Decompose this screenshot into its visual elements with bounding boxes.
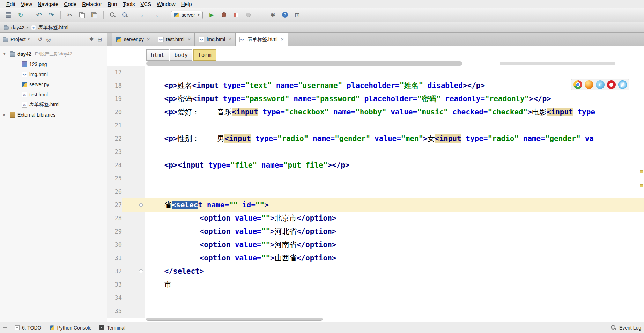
code-line-24[interactable]: 24 <p><input type="file" name="put_file"…	[107, 158, 644, 172]
editor-tab-img.html[interactable]: img.html×	[195, 33, 236, 46]
collapse-all-icon[interactable]: ⊟	[96, 36, 104, 43]
code-text[interactable]: 省<select name="" id="">	[145, 198, 644, 212]
breadcrumb-project[interactable]: day42	[11, 25, 24, 30]
fold-column[interactable]	[122, 79, 145, 92]
menu-item-help[interactable]: Help	[178, 1, 195, 7]
fold-column[interactable]	[122, 105, 145, 119]
code-line-19[interactable]: 19 <p>密码<input type="password" name="pas…	[107, 92, 644, 105]
line-number[interactable]: 33	[107, 278, 122, 291]
opera-icon[interactable]	[607, 80, 616, 89]
line-number[interactable]: 32	[107, 265, 122, 278]
code-text[interactable]	[145, 291, 644, 304]
menu-item-navigate[interactable]: Navigate	[35, 1, 61, 7]
code-text[interactable]	[145, 145, 644, 158]
editor[interactable]: htmlbodyform 1718 <p>姓名<input type="text…	[107, 46, 644, 322]
menu-item-refactor[interactable]: Refactor	[79, 1, 105, 7]
breadcrumb-html[interactable]: html	[146, 49, 169, 61]
python-console-button[interactable]: Python Console	[49, 325, 92, 331]
tree-item-img.html[interactable]: img.html	[0, 69, 107, 79]
code-line-21[interactable]: 21	[107, 119, 644, 132]
sync-button[interactable]: ↻	[15, 9, 26, 21]
code-line-20[interactable]: 20 <p>爱好： 音乐<input type="checkbox" name=…	[107, 105, 644, 119]
project-structure-button[interactable]: ⊞	[291, 9, 303, 21]
stop-button[interactable]	[243, 9, 254, 21]
breadcrumb-form[interactable]: form	[193, 49, 216, 61]
project-view-dropdown[interactable]: Project ▾	[3, 37, 30, 42]
line-number[interactable]: 29	[107, 225, 122, 238]
menu-item-code[interactable]: Code	[61, 1, 79, 7]
code-text[interactable]: <p>爱好： 音乐<input type="checkbox" name="ho…	[145, 105, 644, 119]
chrome-icon[interactable]	[573, 80, 582, 89]
code-line-18[interactable]: 18 <p>姓名<input type="text" name="usernam…	[107, 79, 644, 92]
line-number[interactable]: 17	[107, 66, 122, 79]
close-icon[interactable]: ×	[187, 36, 191, 42]
code-line-29[interactable]: 29 <option value="">河北省</option>	[107, 225, 644, 238]
line-number[interactable]: 35	[107, 304, 122, 318]
editor-tab-server.py[interactable]: server.py×	[112, 33, 154, 46]
fold-column[interactable]	[122, 198, 145, 212]
replace-button[interactable]	[119, 9, 131, 21]
tree-item-server.py[interactable]: server.py	[0, 79, 107, 89]
menu-item-edit[interactable]: Edit	[3, 1, 18, 7]
close-icon[interactable]: ×	[146, 36, 150, 42]
fold-column[interactable]	[122, 278, 145, 291]
fold-column[interactable]	[122, 172, 145, 185]
code-text[interactable]: <p>密码<input type="password" name="passwo…	[145, 92, 644, 105]
menu-item-run[interactable]: Run	[105, 1, 120, 7]
fold-marker-icon[interactable]	[139, 202, 143, 207]
paste-button[interactable]	[89, 9, 100, 21]
menu-item-vcs[interactable]: VCS	[138, 1, 154, 7]
fold-column[interactable]	[122, 92, 145, 105]
line-number[interactable]: 21	[107, 119, 122, 132]
code-line-22[interactable]: 22 <p>性别： 男<input type="radio" name="gen…	[107, 132, 644, 145]
code-line-34[interactable]: 34	[107, 291, 644, 304]
forward-button[interactable]: →	[150, 9, 161, 21]
breadcrumb-body[interactable]: body	[170, 49, 193, 61]
todo-button[interactable]: 6: TODO	[15, 325, 42, 331]
code-line-17[interactable]: 17	[107, 66, 644, 79]
line-number[interactable]: 24	[107, 158, 122, 172]
error-stripe-mark[interactable]	[640, 170, 643, 173]
fold-column[interactable]	[122, 304, 145, 318]
line-number[interactable]: 28	[107, 212, 122, 225]
fold-column[interactable]	[122, 145, 145, 158]
line-number[interactable]: 34	[107, 291, 122, 304]
fold-column[interactable]	[122, 212, 145, 225]
toolwindow-switcher-button[interactable]	[3, 326, 7, 330]
gear-icon[interactable]: ✱	[87, 36, 96, 43]
tree-item-123.png[interactable]: 123.png	[0, 59, 107, 69]
code-line-28[interactable]: 28 <option value="">北京市</option>	[107, 212, 644, 225]
code-text[interactable]: <option value="">河北省</option>	[145, 225, 644, 238]
code-line-26[interactable]: 26	[107, 185, 644, 198]
line-number[interactable]: 22	[107, 132, 122, 145]
terminal-button[interactable]: Terminal	[99, 325, 125, 331]
fold-column[interactable]	[122, 158, 145, 172]
close-icon[interactable]: ×	[280, 36, 284, 42]
code-text[interactable]	[145, 304, 644, 318]
fold-column[interactable]	[122, 119, 145, 132]
code-text[interactable]	[145, 66, 644, 79]
redo-button[interactable]: ↷	[46, 9, 57, 21]
locate-icon[interactable]: ◎	[44, 36, 53, 43]
fold-column[interactable]	[122, 238, 145, 251]
tree-item-表单标签.html[interactable]: 表单标签.html	[0, 99, 107, 110]
line-number[interactable]: 27	[107, 198, 122, 212]
code-line-35[interactable]: 35	[107, 304, 644, 318]
code-text[interactable]: <option value="">北京市</option>	[145, 212, 644, 225]
line-number[interactable]: 19	[107, 92, 122, 105]
line-number[interactable]: 23	[107, 145, 122, 158]
tree-item-test.html[interactable]: test.html	[0, 89, 107, 99]
code-text[interactable]: <option value="">山西省</option>	[145, 251, 644, 265]
undo-button[interactable]: ↶	[34, 9, 45, 21]
code-text[interactable]: 市	[145, 278, 644, 291]
event-log-button[interactable]: Event Log	[610, 325, 641, 331]
tree-item-external-libraries[interactable]: ▸External Libraries	[0, 110, 107, 120]
code-line-27[interactable]: 27 省<select name="" id="">	[107, 198, 644, 212]
code-text[interactable]	[145, 172, 644, 185]
firefox-icon[interactable]	[585, 80, 593, 89]
line-number[interactable]: 30	[107, 238, 122, 251]
code-line-30[interactable]: 30 <option value="">河南省</option>	[107, 238, 644, 251]
run-button[interactable]: ▶	[206, 9, 217, 21]
safari-icon[interactable]	[618, 80, 627, 89]
fold-column[interactable]	[122, 251, 145, 265]
